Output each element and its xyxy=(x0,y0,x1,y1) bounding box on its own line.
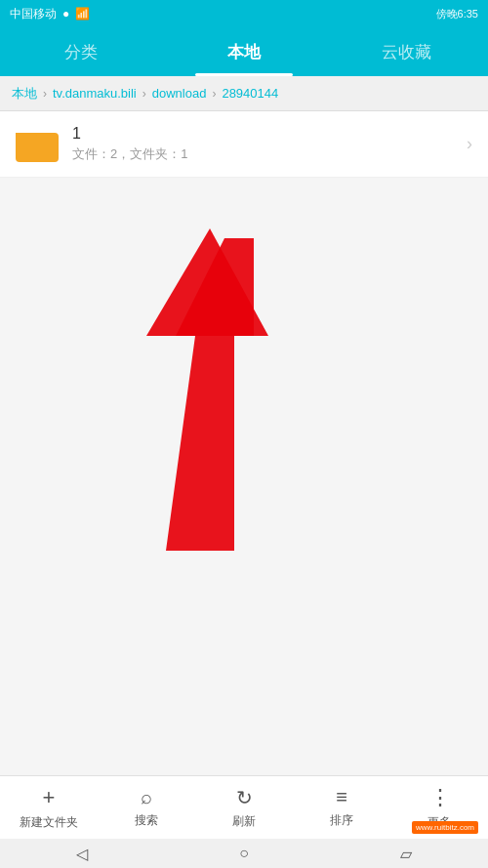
file-info: 1 文件：2，文件夹：1 xyxy=(72,125,467,163)
search-label: 搜索 xyxy=(135,812,158,829)
more-icon: ⋮ xyxy=(429,785,450,810)
recent-button[interactable]: ▱ xyxy=(400,845,412,863)
breadcrumb-sep-1: › xyxy=(43,87,47,101)
status-bar: 中国移动 ● 📶 傍晚6:35 xyxy=(0,0,488,27)
sort-icon: ≡ xyxy=(336,786,347,808)
chevron-right-icon: › xyxy=(467,134,472,154)
home-button[interactable]: ○ xyxy=(239,845,249,862)
status-bar-right: 傍晚6:35 xyxy=(436,7,478,21)
breadcrumb-sep-3: › xyxy=(212,87,216,101)
sort-label: 排序 xyxy=(330,812,353,829)
new-folder-label: 新建文件夹 xyxy=(20,814,78,831)
file-list: 1 文件：2，文件夹：1 › xyxy=(0,111,488,178)
arrow-overlay xyxy=(0,111,488,775)
tab-classify[interactable]: 分类 xyxy=(0,27,163,76)
back-button[interactable]: ◁ xyxy=(76,845,88,863)
table-row[interactable]: 1 文件：2，文件夹：1 › xyxy=(0,111,488,178)
status-bar-left: 中国移动 ● 📶 xyxy=(10,6,90,22)
wifi-icon: 📶 xyxy=(75,7,90,21)
file-meta: 文件：2，文件夹：1 xyxy=(72,145,467,163)
tab-bar: 分类 本地 云收藏 xyxy=(0,27,488,76)
file-name: 1 xyxy=(72,125,467,143)
refresh-label: 刷新 xyxy=(232,813,256,830)
time-label: 傍晚6:35 xyxy=(436,7,478,21)
refresh-button[interactable]: ↻ 刷新 xyxy=(195,786,293,830)
new-folder-button[interactable]: + 新建文件夹 xyxy=(0,785,98,831)
breadcrumb-tv[interactable]: tv.danmaku.bili xyxy=(53,86,137,101)
carrier-label: 中国移动 xyxy=(10,6,57,22)
watermark: www.ruitbitz.com xyxy=(412,821,478,834)
svg-marker-2 xyxy=(146,228,268,336)
signal-icon: ● xyxy=(62,7,69,21)
main-content: 1 文件：2，文件夹：1 › xyxy=(0,111,488,775)
system-nav: ◁ ○ ▱ xyxy=(0,839,488,868)
tab-local[interactable]: 本地 xyxy=(163,27,326,76)
plus-icon: + xyxy=(43,785,56,810)
breadcrumb-download[interactable]: download xyxy=(152,86,207,101)
refresh-icon: ↻ xyxy=(236,786,253,809)
breadcrumb-id[interactable]: 28940144 xyxy=(222,86,278,101)
svg-marker-1 xyxy=(166,238,254,551)
search-button[interactable]: ⌕ 搜索 xyxy=(98,786,195,829)
breadcrumb-local[interactable]: 本地 xyxy=(12,85,37,103)
breadcrumb: 本地 › tv.danmaku.bili › download › 289401… xyxy=(0,76,488,111)
folder-icon xyxy=(16,127,59,162)
tab-cloud[interactable]: 云收藏 xyxy=(325,27,488,76)
search-icon: ⌕ xyxy=(141,786,152,808)
breadcrumb-sep-2: › xyxy=(142,87,146,101)
sort-button[interactable]: ≡ 排序 xyxy=(293,786,390,829)
